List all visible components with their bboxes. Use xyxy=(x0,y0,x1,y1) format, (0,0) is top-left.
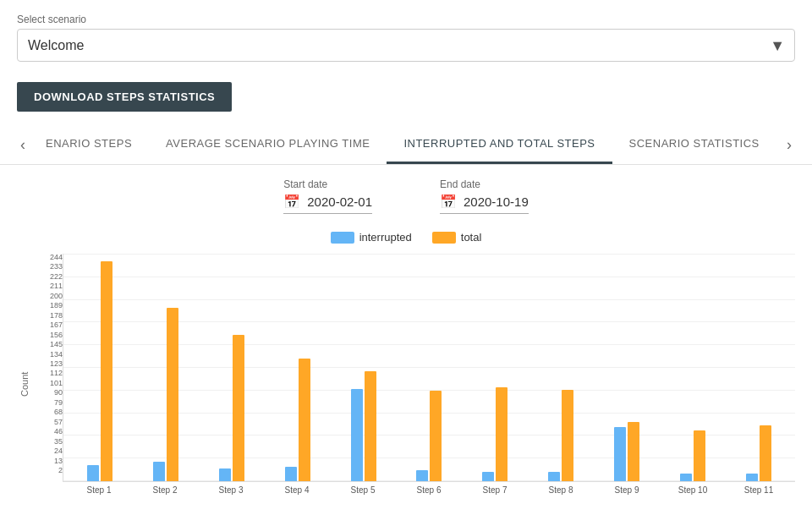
end-date-input-wrapper: 📅 2020-10-19 xyxy=(440,194,529,214)
download-steps-statistics-button[interactable]: DOWNLOAD STEPS STATISTICS xyxy=(17,82,232,112)
x-label: Step 1 xyxy=(66,485,132,495)
step-group xyxy=(594,254,660,481)
end-date-field: End date 📅 2020-10-19 xyxy=(440,178,529,214)
date-controls: Start date 📅 2020-02-01 End date 📅 2020-… xyxy=(17,178,795,214)
tabs-prev-button[interactable]: ‹ xyxy=(17,137,29,152)
step-group xyxy=(265,254,331,481)
legend-total-color xyxy=(432,232,456,244)
start-date-input-wrapper: 📅 2020-02-01 xyxy=(283,194,372,214)
x-label: Step 10 xyxy=(660,485,726,495)
bar-interrupted xyxy=(482,472,494,481)
legend-interrupted-label: interrupted xyxy=(359,231,412,244)
bar-total xyxy=(167,308,178,481)
bar-interrupted xyxy=(219,468,231,481)
chart-body: Step 1Step 2Step 3Step 4Step 5Step 6Step… xyxy=(63,254,795,495)
select-label: Select scenario xyxy=(17,14,795,25)
chart-wrapper: Count 2442332222112001891781671561451341… xyxy=(17,254,795,495)
legend-interrupted: interrupted xyxy=(331,231,412,244)
calendar-end-icon: 📅 xyxy=(440,194,457,210)
bar-total xyxy=(101,261,112,481)
step-group xyxy=(67,254,133,481)
tab-interrupted-total[interactable]: INTERRUPTED AND TOTAL STEPS xyxy=(387,125,612,164)
x-label: Step 7 xyxy=(462,485,528,495)
x-label: Step 2 xyxy=(132,485,198,495)
download-section: DOWNLOAD STEPS STATISTICS xyxy=(0,68,812,125)
start-date-label: Start date xyxy=(283,178,372,190)
tab-avg-playing-time[interactable]: AVERAGE SCENARIO PLAYING TIME xyxy=(149,125,387,164)
step-group xyxy=(660,254,726,481)
scenario-select-wrapper: Welcome ▼ xyxy=(17,29,795,62)
tab-scenario-statistics[interactable]: SCENARIO STATISTICS xyxy=(612,125,776,164)
tabs-next-button[interactable]: › xyxy=(783,137,795,152)
step-group xyxy=(528,254,594,481)
x-label: Step 6 xyxy=(396,485,462,495)
x-label: Step 11 xyxy=(726,485,792,495)
top-section: Select scenario Welcome ▼ DOWNLOAD STEPS… xyxy=(0,0,812,165)
step-group xyxy=(726,254,792,481)
step-group xyxy=(397,254,463,481)
bar-total xyxy=(496,387,508,481)
legend-interrupted-color xyxy=(331,232,354,244)
step-group xyxy=(133,254,199,481)
scenario-select[interactable]: Welcome xyxy=(17,29,795,62)
bar-interrupted xyxy=(351,389,363,481)
start-date-field: Start date 📅 2020-02-01 xyxy=(283,178,372,214)
tab-enario-steps[interactable]: ENARIO STEPS xyxy=(29,125,149,164)
start-date-value[interactable]: 2020-02-01 xyxy=(307,194,372,209)
bar-total xyxy=(430,391,442,481)
bar-interrupted xyxy=(153,462,165,481)
bar-interrupted xyxy=(680,474,692,481)
x-label: Step 3 xyxy=(198,485,264,495)
y-axis-ticks: 2442332222112001891781671561451341231121… xyxy=(32,254,63,495)
chart-legend: interrupted total xyxy=(17,231,795,244)
bar-total xyxy=(694,430,705,481)
bar-total xyxy=(365,371,376,481)
x-label: Step 8 xyxy=(528,485,594,495)
bar-total xyxy=(760,425,771,481)
bar-total xyxy=(299,359,310,481)
step-group xyxy=(199,254,265,481)
end-date-value[interactable]: 2020-10-19 xyxy=(464,194,529,209)
tabs: ENARIO STEPS AVERAGE SCENARIO PLAYING TI… xyxy=(29,125,783,164)
bar-interrupted xyxy=(87,465,99,481)
x-labels: Step 1Step 2Step 3Step 4Step 5Step 6Step… xyxy=(63,482,795,495)
calendar-icon: 📅 xyxy=(283,194,300,210)
bar-interrupted xyxy=(548,472,560,481)
bar-interrupted xyxy=(416,470,428,481)
bar-total xyxy=(233,335,244,481)
legend-total-label: total xyxy=(461,231,482,244)
bar-interrupted xyxy=(285,467,297,481)
bars-container xyxy=(63,254,795,482)
bar-total xyxy=(628,422,639,481)
step-group xyxy=(331,254,397,481)
legend-total: total xyxy=(432,231,482,244)
x-label: Step 4 xyxy=(264,485,330,495)
x-label: Step 9 xyxy=(594,485,660,495)
step-group xyxy=(462,254,528,481)
bar-total xyxy=(562,390,573,481)
x-label: Step 5 xyxy=(330,485,396,495)
chart-section: Start date 📅 2020-02-01 End date 📅 2020-… xyxy=(0,165,812,503)
bar-interrupted xyxy=(746,474,758,481)
scenario-selector-section: Select scenario Welcome ▼ xyxy=(0,0,812,68)
bar-interrupted xyxy=(614,427,626,481)
y-axis-label: Count xyxy=(17,254,32,495)
tabs-container: ‹ ENARIO STEPS AVERAGE SCENARIO PLAYING … xyxy=(0,125,812,165)
end-date-label: End date xyxy=(440,178,529,190)
